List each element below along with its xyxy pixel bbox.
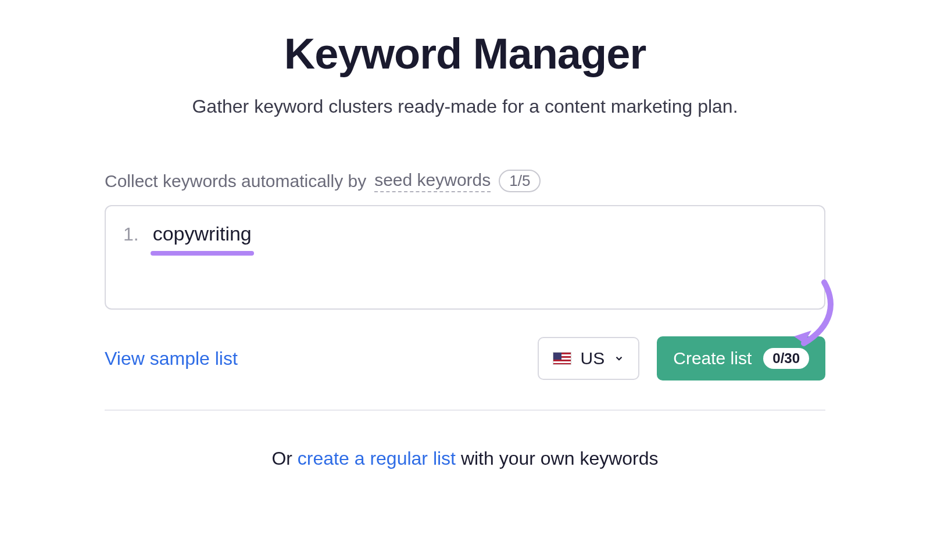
divider (105, 410, 825, 411)
footer-suffix: with your own keywords (456, 448, 659, 469)
keyword-manager-panel: Keyword Manager Gather keyword clusters … (105, 29, 825, 469)
actions-row: View sample list US Create list 0/30 (105, 336, 825, 380)
collect-prefix: Collect keywords automatically by (105, 171, 366, 191)
keyword-row-number: 1. (123, 224, 139, 245)
create-list-label: Create list (673, 349, 752, 368)
collect-label-row: Collect keywords automatically by seed k… (105, 170, 825, 192)
keyword-input-value[interactable]: copywriting (153, 222, 252, 245)
footer-text: Or create a regular list with your own k… (105, 448, 825, 469)
country-select[interactable]: US (538, 337, 640, 380)
create-list-count-badge: 0/30 (763, 348, 809, 369)
view-sample-list-link[interactable]: View sample list (105, 348, 238, 369)
highlight-underline-annotation (151, 251, 254, 256)
seed-keywords-input-box[interactable]: 1. copywriting (105, 205, 825, 310)
footer-prefix: Or (271, 448, 297, 469)
country-code-label: US (581, 349, 605, 368)
create-list-button[interactable]: Create list 0/30 (657, 336, 825, 380)
right-actions: US Create list 0/30 (538, 336, 825, 380)
keyword-row: 1. copywriting (123, 222, 807, 245)
seed-keywords-hint[interactable]: seed keywords (374, 170, 491, 192)
us-flag-icon (553, 352, 571, 365)
page-title: Keyword Manager (105, 29, 825, 78)
page-subtitle: Gather keyword clusters ready-made for a… (105, 96, 825, 117)
chevron-down-icon (614, 353, 624, 364)
create-regular-list-link[interactable]: create a regular list (298, 448, 456, 469)
seed-count-badge: 1/5 (499, 170, 541, 192)
